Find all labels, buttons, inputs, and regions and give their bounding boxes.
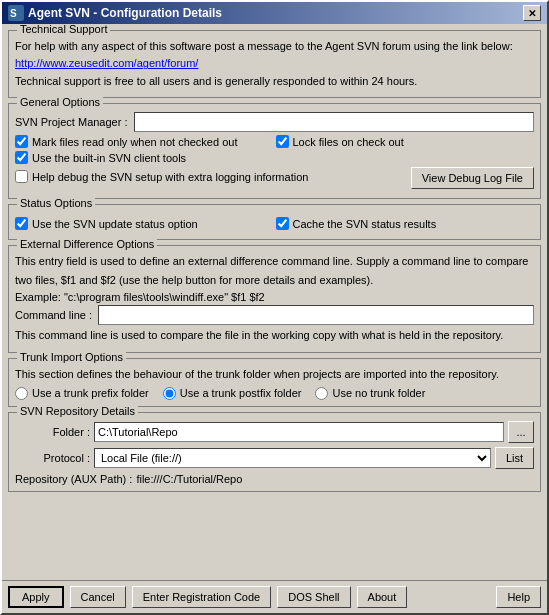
bottom-bar: Apply Cancel Enter Registration Code DOS… — [2, 580, 547, 613]
command-line-row: Command line : — [15, 305, 534, 325]
radio-no-trunk: Use no trunk folder — [315, 387, 425, 400]
aux-label: Repository (AUX Path) : — [15, 473, 132, 485]
help-button[interactable]: Help — [496, 586, 541, 608]
about-button[interactable]: About — [357, 586, 408, 608]
rb-no-trunk[interactable] — [315, 387, 328, 400]
checkbox-mark-files: Mark files read only when not checked ou… — [15, 135, 274, 148]
tech-support-link[interactable]: http://www.zeusedit.com/agent/forum/ — [15, 56, 534, 71]
cb-builtin-svn[interactable] — [15, 151, 28, 164]
radio-prefix-folder: Use a trunk prefix folder — [15, 387, 149, 400]
ext-diff-desc1: This entry field is used to define an ex… — [15, 254, 534, 269]
trunk-import-title: Trunk Import Options — [17, 351, 126, 363]
folder-input[interactable] — [94, 422, 504, 442]
ext-diff-example-label: Example: — [15, 291, 61, 303]
tech-support-line1: For help with any aspect of this softwar… — [15, 39, 534, 54]
title-bar: S Agent SVN - Configuration Details ✕ — [2, 2, 547, 24]
svn-project-manager-label: SVN Project Manager : — [15, 116, 128, 128]
close-button[interactable]: ✕ — [523, 5, 541, 21]
rb-postfix[interactable] — [163, 387, 176, 400]
general-options-group: General Options SVN Project Manager : Ma… — [8, 103, 541, 199]
cb-debug-label: Help debug the SVN setup with extra logg… — [32, 171, 308, 183]
checkbox-lock-files: Lock files on check out — [276, 135, 535, 148]
protocol-select[interactable]: Local File (file://) — [94, 448, 491, 468]
status-options-title: Status Options — [17, 197, 95, 209]
enter-registration-button[interactable]: Enter Registration Code — [132, 586, 271, 608]
cb-lock-files-label: Lock files on check out — [293, 136, 404, 148]
trunk-import-desc: This section defines the behaviour of th… — [15, 367, 534, 382]
status-options-content: Use the SVN update status option Cache t… — [15, 213, 534, 233]
ext-diff-desc3: This command line is used to compare the… — [15, 328, 534, 343]
rb-prefix[interactable] — [15, 387, 28, 400]
general-options-title: General Options — [17, 96, 103, 108]
window-title: Agent SVN - Configuration Details — [28, 6, 222, 20]
rb-prefix-label: Use a trunk prefix folder — [32, 387, 149, 399]
command-line-label: Command line : — [15, 309, 92, 321]
svn-repo-title: SVN Repository Details — [17, 405, 138, 417]
apply-button[interactable]: Apply — [8, 586, 64, 608]
technical-support-title: Technical Support — [17, 24, 110, 35]
radio-postfix-folder: Use a trunk postfix folder — [163, 387, 302, 400]
cb-lock-files[interactable] — [276, 135, 289, 148]
ext-diff-example-value: "c:\program files\tools\windiff.exe" $f1… — [64, 291, 265, 303]
ext-diff-desc2: two files, $f1 and $f2 (use the help but… — [15, 273, 534, 288]
cb-mark-files[interactable] — [15, 135, 28, 148]
cb-mark-files-label: Mark files read only when not checked ou… — [32, 136, 237, 148]
status-options-group: Status Options Use the SVN update status… — [8, 204, 541, 240]
cb-svn-update[interactable] — [15, 217, 28, 230]
svn-repo-group: SVN Repository Details Folder : ... Prot… — [8, 412, 541, 492]
rb-postfix-label: Use a trunk postfix folder — [180, 387, 302, 399]
browse-button[interactable]: ... — [508, 421, 534, 443]
checkbox-cache-status: Cache the SVN status results — [276, 217, 535, 230]
cb-builtin-svn-label: Use the built-in SVN client tools — [32, 152, 186, 164]
trunk-import-group: Trunk Import Options This section define… — [8, 358, 541, 406]
protocol-row: Protocol : Local File (file://) List — [15, 447, 534, 469]
svg-text:S: S — [10, 8, 17, 19]
checkbox-svn-update: Use the SVN update status option — [15, 217, 274, 230]
external-diff-content: This entry field is used to define an ex… — [15, 254, 534, 343]
main-content: Technical Support For help with any aspe… — [2, 24, 547, 580]
protocol-label: Protocol : — [15, 452, 90, 464]
cancel-button[interactable]: Cancel — [70, 586, 126, 608]
checkbox-builtin-svn: Use the built-in SVN client tools — [15, 151, 534, 164]
command-line-input[interactable] — [98, 305, 534, 325]
title-controls: ✕ — [523, 5, 541, 21]
svn-repo-content: Folder : ... Protocol : Local File (file… — [15, 421, 534, 485]
forum-link[interactable]: http://www.zeusedit.com/agent/forum/ — [15, 57, 198, 69]
cb-debug[interactable] — [15, 170, 28, 183]
external-diff-group: External Difference Options This entry f… — [8, 245, 541, 353]
main-window: S Agent SVN - Configuration Details ✕ Te… — [0, 0, 549, 615]
cb-cache-status[interactable] — [276, 217, 289, 230]
view-debug-log-button[interactable]: View Debug Log File — [411, 167, 534, 189]
trunk-import-content: This section defines the behaviour of th… — [15, 367, 534, 399]
general-options-content: SVN Project Manager : Mark files read on… — [15, 112, 534, 189]
svn-project-manager-input[interactable] — [134, 112, 535, 132]
app-icon: S — [8, 5, 24, 21]
external-diff-title: External Difference Options — [17, 238, 157, 250]
folder-row: Folder : ... — [15, 421, 534, 443]
title-bar-left: S Agent SVN - Configuration Details — [8, 5, 222, 21]
tech-support-line2: Technical support is free to all users a… — [15, 74, 534, 89]
cb-cache-status-label: Cache the SVN status results — [293, 218, 437, 230]
aux-value: file:///C:/Tutorial/Repo — [136, 473, 242, 485]
dos-shell-button[interactable]: DOS Shell — [277, 586, 350, 608]
ext-diff-example-row: Example: "c:\program files\tools\windiff… — [15, 291, 534, 303]
list-button[interactable]: List — [495, 447, 534, 469]
checkbox-debug: Help debug the SVN setup with extra logg… — [15, 170, 308, 183]
debug-row: Help debug the SVN setup with extra logg… — [15, 167, 534, 189]
aux-row: Repository (AUX Path) : file:///C:/Tutor… — [15, 473, 534, 485]
folder-label: Folder : — [15, 426, 90, 438]
cb-svn-update-label: Use the SVN update status option — [32, 218, 198, 230]
technical-support-group: Technical Support For help with any aspe… — [8, 30, 541, 98]
technical-support-content: For help with any aspect of this softwar… — [15, 39, 534, 89]
svn-project-manager-row: SVN Project Manager : — [15, 112, 534, 132]
rb-no-trunk-label: Use no trunk folder — [332, 387, 425, 399]
